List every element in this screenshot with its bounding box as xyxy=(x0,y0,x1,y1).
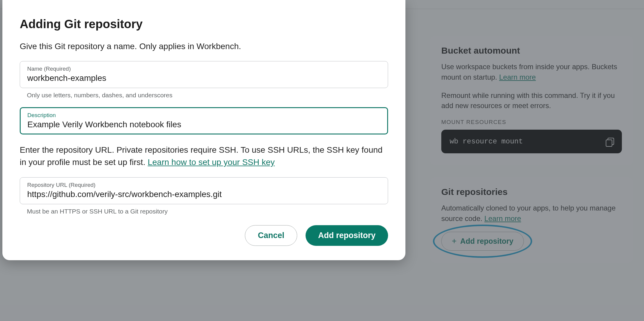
description-field-label: Description xyxy=(28,112,381,119)
name-field[interactable]: Name (Required) xyxy=(20,61,388,88)
add-repository-submit-button[interactable]: Add repository xyxy=(306,225,388,246)
url-section-text: Enter the repository URL. Private reposi… xyxy=(20,144,388,168)
name-field-label: Name (Required) xyxy=(27,66,381,72)
dialog-actions: Cancel Add repository xyxy=(20,225,388,246)
ssh-setup-link[interactable]: Learn how to set up your SSH key xyxy=(148,158,275,167)
dialog-intro: Give this Git repository a name. Only ap… xyxy=(20,40,388,52)
description-field[interactable]: Description xyxy=(20,107,388,134)
cancel-button[interactable]: Cancel xyxy=(245,225,297,246)
repository-url-field[interactable]: Repository URL (Required) xyxy=(20,177,388,204)
name-input[interactable] xyxy=(27,73,381,83)
repository-url-label: Repository URL (Required) xyxy=(27,182,381,188)
description-input[interactable] xyxy=(28,120,381,129)
add-git-repository-dialog: Adding Git repository Give this Git repo… xyxy=(2,0,405,260)
repository-url-input[interactable] xyxy=(27,190,381,199)
repository-url-helper: Must be an HTTPS or SSH URL to a Git rep… xyxy=(27,208,388,215)
name-helper-text: Only use letters, numbers, dashes, and u… xyxy=(27,92,388,99)
dialog-title: Adding Git repository xyxy=(20,17,388,31)
